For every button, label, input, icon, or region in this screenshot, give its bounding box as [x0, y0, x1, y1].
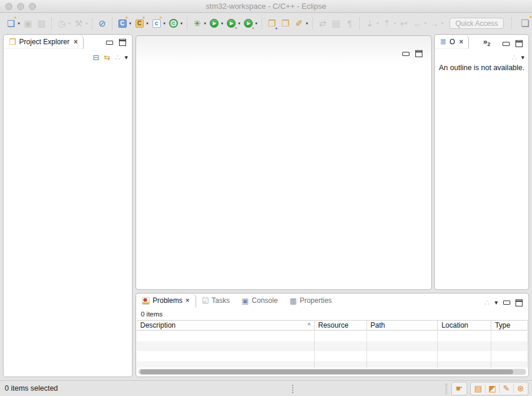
column-label: Path — [371, 321, 385, 329]
selection-status: 0 items selected — [5, 384, 58, 392]
tab-label: Problems — [153, 296, 183, 305]
debug-icon[interactable]: ✳ — [190, 16, 204, 31]
overview-icon[interactable]: ▤ — [471, 382, 485, 395]
tab-problems[interactable]: Problems× — [136, 293, 196, 308]
table-cell — [367, 331, 438, 341]
tab-label: Properties — [300, 296, 332, 305]
review-ide-configuration-icon[interactable]: ☛ — [452, 382, 466, 395]
project-explorer-view-toolbar: ⊟⇆∴▾ — [4, 50, 132, 64]
glyph: ❐ — [282, 19, 289, 28]
glyph: ↩ — [400, 19, 408, 28]
zoom-window-button[interactable] — [29, 3, 36, 10]
view-menu-icon[interactable]: ▾ — [521, 54, 524, 61]
table-row[interactable] — [137, 351, 528, 361]
table-cell — [491, 331, 528, 341]
link-with-editor-icon[interactable]: ⇆ — [104, 54, 110, 61]
table-cell — [438, 331, 491, 341]
close-icon[interactable]: × — [74, 38, 78, 46]
glyph: ✳ — [193, 19, 201, 28]
problems-panel: Problems×☑Tasks▣Console▦Properties ∴ ▾ 0… — [136, 293, 529, 377]
scrollbar-thumb[interactable] — [140, 369, 513, 374]
new-star-overlay-icon: ★ — [125, 15, 128, 20]
profile-icon[interactable]: ▶▪ — [242, 16, 255, 31]
toolbar-separator — [92, 18, 92, 29]
table-row[interactable] — [137, 341, 528, 351]
samples-icon[interactable]: ✎ — [500, 382, 513, 395]
new-c-project-icon[interactable]: C★ — [115, 16, 129, 31]
table-row[interactable] — [137, 361, 528, 368]
chevron-right-icon: » — [483, 38, 487, 45]
glyph: ◷ — [58, 19, 65, 28]
view-overflow-icon: ∴ — [115, 54, 120, 61]
tutorials-icon[interactable]: ◩ — [485, 382, 499, 395]
minimize-window-button[interactable] — [17, 3, 24, 10]
new-wizard-icon[interactable]: ❏★ — [4, 16, 18, 31]
column-header-type[interactable]: Type — [491, 321, 528, 330]
link-with-editor-icon: ⇄ — [316, 16, 329, 31]
new-cpp-class-icon[interactable]: C★ — [133, 16, 146, 31]
horizontal-scrollbar[interactable] — [138, 369, 526, 375]
minimize-view-button[interactable] — [503, 301, 510, 305]
glyph: ▣ — [24, 19, 32, 28]
glyph: ▶ — [210, 19, 219, 28]
close-window-button[interactable] — [5, 3, 12, 10]
glyph: ⇡ — [383, 19, 391, 28]
new-star-overlay-icon: ★ — [159, 15, 163, 20]
run-configurations-icon[interactable]: ▶≡ — [224, 16, 238, 31]
open-element-icon[interactable]: ❐● — [265, 16, 279, 31]
tab-outline[interactable]: ≣ O × — [435, 35, 469, 49]
table-cell — [137, 351, 315, 361]
editor-area[interactable] — [136, 35, 432, 290]
close-icon[interactable]: × — [186, 296, 190, 305]
column-header-description[interactable]: Description^ — [137, 321, 315, 330]
open-declaration-icon: ▤ — [329, 16, 343, 31]
quick-access-input[interactable] — [450, 18, 504, 29]
tab-label: O — [450, 38, 455, 46]
maximize-view-button[interactable] — [516, 40, 523, 47]
outline-message: An outline is not available. — [439, 64, 524, 72]
column-header-resource[interactable]: Resource — [315, 321, 367, 330]
view-menu-icon[interactable]: ▾ — [124, 54, 128, 61]
glyph: ⇣ — [366, 19, 374, 28]
outline-icon: ≣ — [440, 38, 447, 45]
maximize-view-button[interactable] — [516, 299, 523, 306]
glyph: ▤ — [332, 19, 340, 28]
status-icon-group: ▤◩✎⊛ — [470, 382, 528, 395]
project-explorer-panel: ❐ Project Explorer × ⊟⇆∴▾ — [3, 34, 133, 377]
tab-console[interactable]: ▣Console — [236, 293, 283, 308]
maximize-view-button[interactable] — [119, 39, 126, 46]
rebuild-index-icon[interactable]: C — [167, 16, 180, 31]
new-star-overlay-icon: ★ — [142, 15, 146, 20]
minimize-editor-button[interactable] — [402, 52, 409, 56]
search-icon[interactable]: ✐ — [292, 16, 306, 31]
table-cell — [491, 361, 528, 368]
column-label: Resource — [318, 321, 348, 329]
whats-new-icon[interactable]: ⊛ — [514, 382, 527, 395]
new-c-source-file-icon[interactable]: c★ — [150, 16, 163, 31]
view-menu-icon[interactable]: ▾ — [494, 299, 498, 306]
minimize-view-button[interactable] — [106, 41, 113, 45]
hidden-views-count: 2 — [487, 41, 490, 47]
view-stack-chevron[interactable]: » 2 — [483, 38, 490, 47]
column-header-path[interactable]: Path — [367, 321, 438, 330]
titlebar: stm32-workspace - C/C++ - Eclipse — [0, 0, 532, 13]
open-resource-icon[interactable]: ❐ — [279, 16, 292, 31]
skip-all-breakpoints-icon[interactable]: ⊘ — [95, 16, 109, 31]
close-icon[interactable]: × — [459, 38, 463, 46]
run-icon[interactable]: ▶ — [207, 16, 221, 31]
glyph: ✐ — [295, 19, 303, 28]
tab-tasks[interactable]: ☑Tasks — [196, 293, 236, 308]
maximize-editor-button[interactable] — [415, 50, 422, 57]
save-icon: ▣ — [21, 16, 35, 31]
tab-properties[interactable]: ▦Properties — [283, 293, 338, 308]
collapse-all-icon[interactable]: ⊟ — [92, 54, 99, 61]
glyph: C — [118, 19, 127, 28]
glyph: C — [169, 19, 178, 28]
open-perspective-button[interactable]: ❏★ — [517, 16, 532, 31]
minimize-view-button[interactable] — [503, 42, 510, 46]
table-row[interactable] — [137, 331, 528, 341]
column-header-location[interactable]: Location — [438, 321, 491, 330]
overlay-badge-icon: ≡ — [234, 26, 237, 30]
tab-project-explorer[interactable]: ❐ Project Explorer × — [4, 35, 84, 49]
table-cell — [367, 341, 438, 351]
